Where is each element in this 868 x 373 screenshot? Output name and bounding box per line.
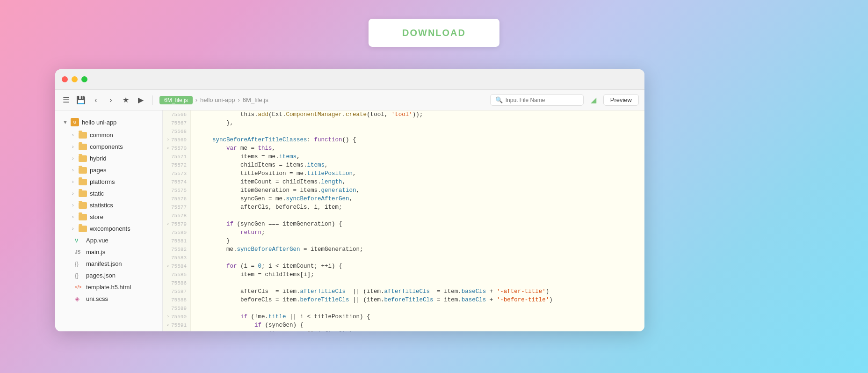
code-line-75570: var me = this, <box>198 144 637 153</box>
sidebar-item-template-html[interactable]: </> template.h5.html <box>55 281 162 293</box>
json-file-icon: {} <box>75 272 83 279</box>
line-num-75591: ›75591 <box>166 321 187 329</box>
line-numbers: 75566 75567 75568 ›75569 ›75570 75571 75… <box>163 110 191 331</box>
filter-icon[interactable]: ◢ <box>588 95 599 105</box>
folder-label-statistics: statistics <box>90 202 113 209</box>
folder-icon-static <box>79 190 87 197</box>
line-num-75577: 75577 <box>166 203 187 212</box>
sidebar-item-statistics[interactable]: › statistics <box>55 199 162 211</box>
minimize-button[interactable] <box>72 76 78 82</box>
search-icon: 🔍 <box>495 96 503 103</box>
folder-label-hybrid: hybrid <box>90 155 106 162</box>
sidebar-item-pages[interactable]: › pages <box>55 164 162 176</box>
download-label: DOWNLOAD <box>402 28 466 38</box>
scss-file-icon: ◈ <box>75 295 83 302</box>
sidebar-item-main-js[interactable]: JS main.js <box>55 246 162 258</box>
html-file-icon: </> <box>75 285 83 290</box>
line-num-75574: 75574 <box>166 178 187 186</box>
line-num-75589: 75589 <box>166 304 187 313</box>
forward-icon[interactable]: › <box>106 95 116 105</box>
code-line-75575: itemGeneration = items.generation, <box>198 186 637 195</box>
back-icon[interactable]: ‹ <box>91 95 101 105</box>
folder-label-common: common <box>90 132 113 139</box>
line-num-75567: 75567 <box>166 119 187 127</box>
code-line-75567: }, <box>198 119 637 127</box>
sidebar-item-store[interactable]: › store <box>55 211 162 223</box>
file-label-pages-json: pages.json <box>86 272 116 279</box>
save-icon[interactable]: 💾 <box>76 95 86 105</box>
folder-label-pages: pages <box>90 167 106 174</box>
root-folder-icon: U <box>71 118 79 126</box>
preview-button[interactable]: Preview <box>603 94 639 106</box>
close-button[interactable] <box>62 76 68 82</box>
chevron-right-icon: › <box>70 203 76 208</box>
code-line-75578 <box>198 212 637 220</box>
code-line-75582: me.syncBeforeAfterGen = itemGeneration; <box>198 245 637 254</box>
code-line-75591: if (syncGen) { <box>198 321 637 329</box>
search-input[interactable] <box>506 97 571 103</box>
sidebar-item-static[interactable]: › static <box>55 188 162 199</box>
sidebar-toggle-icon[interactable]: ☰ <box>61 95 71 105</box>
chevron-right-icon: › <box>70 144 76 150</box>
code-line-75572: childItems = items.items, <box>198 161 637 169</box>
code-lines: this.add(Ext.ComponentManager.create(too… <box>191 110 644 331</box>
sidebar-item-manifest-json[interactable]: {} manifest.json <box>55 258 162 270</box>
code-editor[interactable]: 75566 75567 75568 ›75569 ›75570 75571 75… <box>163 110 644 331</box>
folder-icon-hybrid <box>79 155 87 162</box>
bookmark-icon[interactable]: ★ <box>121 95 131 105</box>
code-line-75568 <box>198 127 637 136</box>
file-label-template-html: template.h5.html <box>86 284 131 291</box>
line-num-75584: ›75584 <box>166 262 187 271</box>
chevron-right-icon: › <box>70 179 76 185</box>
code-line-75569: syncBeforeAfterTitleClasses: function() … <box>198 136 637 144</box>
sidebar-item-common[interactable]: › common <box>55 129 162 141</box>
breadcrumb-root[interactable]: hello uni-app <box>200 96 235 103</box>
search-bar[interactable]: 🔍 <box>490 94 584 106</box>
line-num-75592: 75592 <box>166 329 187 331</box>
sidebar-item-pages-json[interactable]: {} pages.json <box>55 270 162 281</box>
code-line-75585: item = childItems[i]; <box>198 271 637 279</box>
sidebar-item-hybrid[interactable]: › hybrid <box>55 153 162 164</box>
code-line-75574: itemCount = childItems.length, <box>198 178 637 186</box>
line-num-75575: 75575 <box>166 186 187 195</box>
root-folder-item[interactable]: ▼ U hello uni-app <box>55 115 162 129</box>
download-bar[interactable]: DOWNLOAD <box>369 19 499 47</box>
chevron-right-icon: › <box>70 214 76 220</box>
sidebar-item-components[interactable]: › components <box>55 141 162 153</box>
line-num-75579: ›75579 <box>166 220 187 228</box>
breadcrumb-sep1: › <box>195 96 197 103</box>
code-line-75573: titlePosition = me.titlePosition, <box>198 169 637 178</box>
active-file-tab[interactable]: 6M_file.js <box>159 96 193 104</box>
code-line-75581: } <box>198 237 637 245</box>
folder-icon-platforms <box>79 179 87 185</box>
code-line-75577: afterCls, beforeCls, i, item; <box>198 203 637 212</box>
sidebar-item-platforms[interactable]: › platforms <box>55 176 162 188</box>
json-file-icon: {} <box>75 261 83 267</box>
line-num-75583: 75583 <box>166 254 187 262</box>
code-line-75584: for (i = 0; i < itemCount; ++i) { <box>198 262 637 271</box>
sidebar-item-app-vue[interactable]: V App.vue <box>55 234 162 246</box>
line-num-75578: 75578 <box>166 212 187 220</box>
folder-label-static: static <box>90 190 104 197</box>
folder-icon-wxcomponents <box>79 226 87 232</box>
run-icon[interactable]: ▶ <box>136 95 146 105</box>
line-num-75582: 75582 <box>166 245 187 254</box>
line-num-75581: 75581 <box>166 237 187 245</box>
line-num-75590: ›75590 <box>166 313 187 321</box>
root-folder-label: hello uni-app <box>82 119 116 126</box>
sidebar-item-uni-scss[interactable]: ◈ uni.scss <box>55 293 162 305</box>
folder-label-store: store <box>90 213 103 220</box>
breadcrumb: 6M_file.js › hello uni-app › 6M_file.js <box>159 96 485 104</box>
line-num-75569: ›75569 <box>166 136 187 144</box>
vue-file-icon: V <box>75 238 83 243</box>
code-line-75579: if (syncGen === itemGeneration) { <box>198 220 637 228</box>
breadcrumb-file[interactable]: 6M_file.js <box>243 96 268 103</box>
line-num-75585: 75585 <box>166 271 187 279</box>
sidebar-item-wxcomponents[interactable]: › wxcomponents <box>55 223 162 234</box>
maximize-button[interactable] <box>81 76 87 82</box>
line-num-75580: 75580 <box>166 228 187 237</box>
toolbar: ☰ 💾 ‹ › ★ ▶ 6M_file.js › hello uni-app ›… <box>55 90 644 110</box>
breadcrumb-sep2: › <box>238 96 239 103</box>
file-label-uni-scss: uni.scss <box>86 295 108 302</box>
main-content: ▼ U hello uni-app › common › components <box>55 110 644 331</box>
